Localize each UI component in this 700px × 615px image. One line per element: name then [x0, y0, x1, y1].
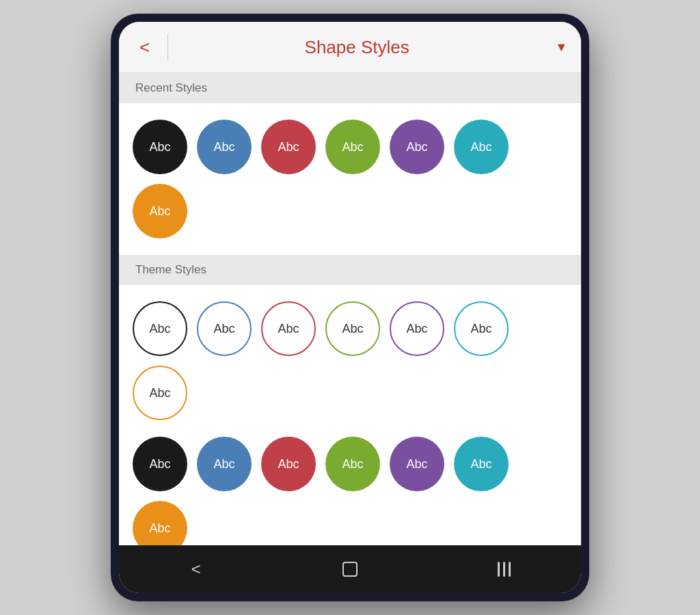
nav-recents-button[interactable] — [487, 552, 521, 586]
theme-styles-header: Theme Styles — [119, 255, 581, 285]
nav-back-button[interactable]: < — [179, 552, 213, 586]
recent-styles-grid: AbcAbcAbcAbcAbcAbcAbc — [133, 120, 567, 238]
phone-frame: < Shape Styles ▼ Recent Styles AbcAbcAbc… — [111, 14, 589, 601]
dropdown-button[interactable]: ▼ — [555, 40, 567, 55]
nav-recents-icon — [498, 562, 511, 577]
header-divider — [167, 33, 168, 61]
nav-back-icon: < — [191, 560, 201, 579]
style-circle-filled[interactable]: Abc — [390, 120, 444, 174]
style-circle-outline[interactable]: Abc — [454, 301, 509, 356]
phone-screen: < Shape Styles ▼ Recent Styles AbcAbcAbc… — [119, 22, 581, 593]
recent-styles-grid-container: AbcAbcAbcAbcAbcAbcAbc — [119, 103, 581, 255]
bottom-nav: < — [119, 545, 581, 593]
theme-row1-grid: AbcAbcAbcAbcAbcAbcAbc — [133, 301, 567, 420]
theme-row2-grid: AbcAbcAbcAbcAbcAbcAbc — [133, 437, 567, 545]
content-area: Recent Styles AbcAbcAbcAbcAbcAbcAbc Them… — [119, 73, 581, 545]
theme-row2-container: AbcAbcAbcAbcAbcAbcAbc — [119, 437, 581, 545]
style-circle-filled[interactable]: Abc — [454, 437, 509, 491]
nav-home-icon — [342, 562, 358, 577]
recent-styles-header: Recent Styles — [119, 73, 581, 103]
theme-styles-grid-container: AbcAbcAbcAbcAbcAbcAbc — [119, 285, 581, 437]
style-circle-filled[interactable]: Abc — [325, 120, 380, 174]
style-circle-filled[interactable]: Abc — [133, 501, 187, 545]
style-circle-filled[interactable]: Abc — [390, 437, 444, 491]
style-circle-filled[interactable]: Abc — [197, 437, 252, 491]
back-button[interactable]: < — [133, 31, 157, 63]
style-circle-outline[interactable]: Abc — [197, 301, 252, 356]
header: < Shape Styles ▼ — [119, 22, 581, 73]
style-circle-outline[interactable]: Abc — [390, 301, 444, 356]
style-circle-outline[interactable]: Abc — [133, 366, 187, 420]
style-circle-filled[interactable]: Abc — [261, 437, 316, 491]
style-circle-filled[interactable]: Abc — [325, 437, 380, 491]
page-title: Shape Styles — [179, 37, 535, 58]
nav-home-button[interactable] — [333, 552, 367, 586]
style-circle-outline[interactable]: Abc — [325, 301, 380, 356]
style-circle-filled[interactable]: Abc — [133, 120, 187, 174]
style-circle-filled[interactable]: Abc — [454, 120, 509, 174]
style-circle-filled[interactable]: Abc — [133, 437, 187, 491]
style-circle-filled[interactable]: Abc — [133, 184, 187, 238]
style-circle-filled[interactable]: Abc — [261, 120, 316, 174]
style-circle-outline[interactable]: Abc — [261, 301, 316, 356]
style-circle-filled[interactable]: Abc — [197, 120, 252, 174]
style-circle-outline[interactable]: Abc — [133, 301, 187, 356]
